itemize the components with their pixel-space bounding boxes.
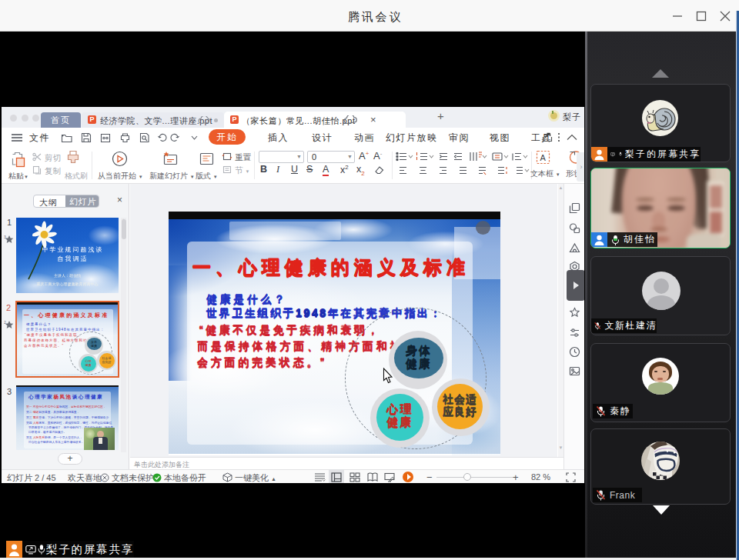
svg-text:3: 3 [4, 235, 6, 239]
svg-text:A: A [540, 153, 547, 162]
svg-text:2: 2 [4, 320, 6, 325]
